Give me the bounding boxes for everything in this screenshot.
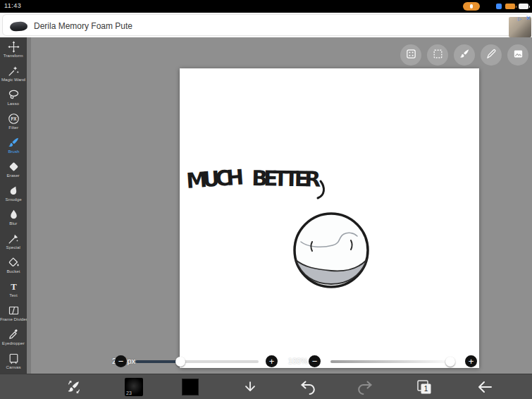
- tool-filter[interactable]: FX Filter: [0, 109, 27, 133]
- tool-label: Transform: [4, 54, 23, 58]
- bucket-icon: [8, 257, 20, 269]
- drawing-canvas[interactable]: MUCH BETTER: [180, 68, 479, 368]
- brush-size-slider[interactable]: [135, 360, 259, 363]
- drawn-word-1: MUCH: [185, 164, 246, 193]
- brush-size-decrease-button[interactable]: −: [115, 355, 127, 367]
- tool-canvas[interactable]: Canvas: [0, 349, 27, 373]
- smudge-icon: [8, 185, 20, 197]
- special-icon: [8, 233, 20, 245]
- brush-size-value: 23.0px: [87, 357, 135, 365]
- opacity-slider[interactable]: [330, 360, 455, 363]
- tool-special[interactable]: Special: [0, 229, 27, 253]
- brush-eraser-toggle-button[interactable]: [66, 379, 82, 397]
- tool-blur[interactable]: Blur: [0, 205, 27, 229]
- filter-fx-icon: FX: [8, 113, 20, 125]
- ad-card[interactable]: Derila Memory Foam Pute ▷ ✕: [2, 14, 529, 36]
- brush-size-fill: [135, 360, 181, 363]
- tool-label: Text: [9, 293, 17, 297]
- brush-preview-size: 23: [126, 391, 132, 395]
- eraser-icon: [8, 161, 20, 173]
- opacity-decrease-button[interactable]: −: [309, 355, 321, 367]
- battery-low-icon: [505, 4, 515, 9]
- canvas-area: MUCH BETTER 23.0px − + 100%: [31, 37, 532, 374]
- opacity-increase-button[interactable]: +: [465, 355, 477, 367]
- tool-label: Canvas: [6, 365, 21, 369]
- tool-brush[interactable]: Brush: [0, 133, 27, 157]
- text-icon: T: [8, 281, 20, 293]
- tool-label: Magic Wand: [1, 78, 25, 82]
- canvas-drawing: MUCH BETTER: [180, 68, 479, 368]
- canvas-icon: [8, 352, 20, 364]
- adchoices-icon[interactable]: ▷: [518, 16, 521, 22]
- ad-product-image: [10, 21, 28, 32]
- opacity-value: 100%: [283, 357, 308, 365]
- top-toolbar: [400, 44, 528, 66]
- arrow-left-icon: [476, 387, 493, 398]
- pen-icon: [485, 48, 497, 62]
- back-button[interactable]: [476, 379, 493, 398]
- arrow-down-icon: [242, 386, 258, 397]
- tool-eyedropper[interactable]: Eyedropper: [0, 325, 27, 349]
- brush-size-thumb[interactable]: [175, 357, 185, 367]
- layers-button[interactable]: 1: [415, 378, 433, 398]
- svg-text:FX: FX: [11, 116, 17, 121]
- tool-lasso[interactable]: Lasso: [0, 85, 27, 109]
- current-color-swatch[interactable]: [182, 379, 199, 395]
- ad-title[interactable]: Derila Memory Foam Pute: [34, 21, 132, 31]
- svg-text:T: T: [11, 282, 17, 292]
- tool-bucket[interactable]: Bucket: [0, 253, 27, 277]
- selection-marquee-icon: [432, 48, 444, 62]
- tool-transform[interactable]: Transform: [0, 37, 27, 61]
- bottom-toolbar: 23 1: [0, 374, 532, 399]
- tool-label: Special: [6, 245, 20, 250]
- drawn-ball: [295, 214, 368, 287]
- tool-label: Smudge: [5, 197, 21, 202]
- layers-icon: 1: [415, 388, 433, 398]
- undo-icon: [299, 387, 316, 398]
- tool-smudge[interactable]: Smudge: [0, 181, 27, 205]
- redo-button[interactable]: [357, 379, 373, 398]
- redo-icon: [357, 387, 373, 398]
- svg-text:1: 1: [424, 385, 428, 393]
- tool-magic-wand[interactable]: Magic Wand: [0, 61, 27, 85]
- screen-share-icon: [496, 4, 502, 9]
- undo-button[interactable]: [299, 379, 316, 398]
- battery-icon: [519, 4, 528, 9]
- status-time: 11:43: [4, 2, 21, 9]
- status-bar: 11:43: [0, 0, 532, 13]
- tool-label: Blur: [10, 221, 18, 226]
- tool-label: Eraser: [7, 173, 20, 178]
- tool-eraser[interactable]: Eraser: [0, 157, 27, 181]
- tool-label: Frame Divider: [0, 317, 27, 321]
- frame-divider-icon: [8, 305, 20, 317]
- material-icon: [405, 48, 417, 62]
- transform-icon: [8, 41, 20, 53]
- ad-close-button[interactable]: ✕: [526, 15, 531, 22]
- blur-icon: [8, 209, 20, 221]
- pen-settings-button[interactable]: [481, 44, 502, 66]
- tool-label: Bucket: [7, 269, 20, 274]
- image-icon: [512, 48, 524, 62]
- brush-eraser-toggle-icon: [66, 386, 82, 397]
- selection-button[interactable]: [427, 44, 448, 66]
- eyedropper-icon: [8, 329, 20, 340]
- import-image-button[interactable]: [507, 44, 528, 66]
- brush-stroke-button[interactable]: [454, 44, 475, 66]
- material-button[interactable]: [400, 44, 421, 66]
- tool-frame-divider[interactable]: Frame Divider: [0, 301, 27, 325]
- drawn-word-2: BETTER: [252, 166, 323, 192]
- lasso-icon: [8, 89, 20, 101]
- hide-panel-button[interactable]: [242, 379, 258, 397]
- opacity-thumb[interactable]: [445, 357, 455, 367]
- tool-label: Lasso: [8, 102, 19, 106]
- brush-preview-button[interactable]: 23: [125, 378, 143, 396]
- tool-label: Brush: [8, 149, 19, 154]
- brush-icon: [8, 137, 20, 149]
- mic-indicator-pill[interactable]: [463, 2, 480, 11]
- magic-wand-icon: [8, 65, 20, 77]
- tool-label: Filter: [8, 125, 18, 130]
- brush-size-increase-button[interactable]: +: [266, 355, 278, 367]
- tool-sidebar: Transform Magic Wand Lasso FX Filter Bru…: [0, 37, 27, 374]
- tool-label: Eyedropper: [2, 341, 25, 345]
- tool-text[interactable]: T Text: [0, 277, 27, 301]
